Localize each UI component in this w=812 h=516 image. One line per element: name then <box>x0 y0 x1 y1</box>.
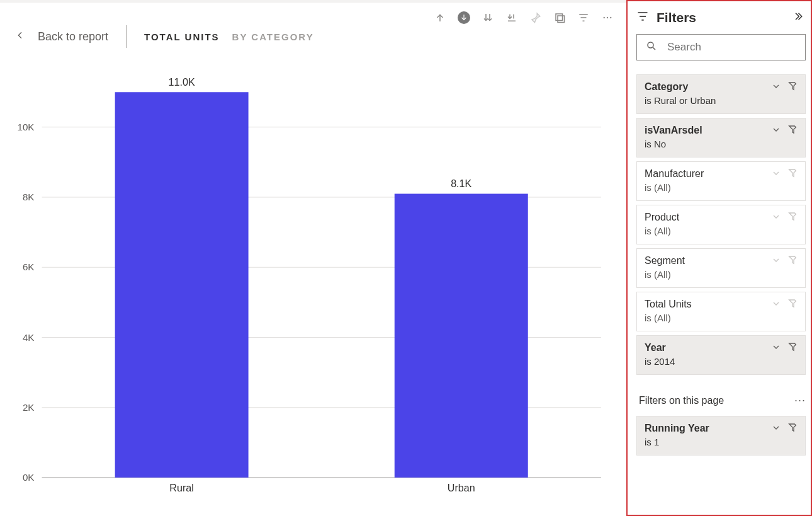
clear-filter-icon[interactable] <box>787 299 798 311</box>
filters-page-section-label: Filters on this page <box>639 395 724 406</box>
breadcrumb: Back to report TOTAL UNITS BY CATEGORY <box>0 24 626 50</box>
chevron-down-icon[interactable] <box>771 168 781 181</box>
filter-card[interactable]: Running Yearis 1 <box>636 416 806 456</box>
expand-all-icon[interactable] <box>505 11 518 24</box>
svg-text:8.1K: 8.1K <box>451 178 471 190</box>
svg-text:0K: 0K <box>23 472 35 483</box>
filters-pane: Filters Categoryis Rural or UrbanisVanAr… <box>626 0 812 516</box>
bar[interactable] <box>115 93 249 478</box>
filter-value: is (All) <box>645 182 771 193</box>
svg-text:Rural: Rural <box>169 483 194 494</box>
clear-filter-icon[interactable] <box>787 81 798 94</box>
filter-value: is (All) <box>645 269 771 280</box>
filters-search-input[interactable] <box>666 40 802 54</box>
filter-name: isVanArsdel <box>645 125 771 136</box>
tab-total-units[interactable]: TOTAL UNITS <box>144 32 220 42</box>
filters-title: Filters <box>657 10 784 25</box>
clear-filter-icon[interactable] <box>787 125 798 137</box>
filter-name: Segment <box>645 255 771 267</box>
filter-value: is (All) <box>645 226 771 236</box>
svg-point-4 <box>610 17 611 18</box>
filter-card[interactable]: Segmentis (All) <box>636 248 806 288</box>
window-top-strip <box>0 0 626 3</box>
expand-down-icon[interactable] <box>482 11 494 24</box>
chevron-down-icon[interactable] <box>771 125 781 137</box>
filter-icon[interactable] <box>577 11 590 24</box>
svg-text:4K: 4K <box>23 332 35 343</box>
chevron-down-icon[interactable] <box>771 212 781 224</box>
filter-name: Running Year <box>645 423 771 434</box>
filter-card[interactable]: Manufactureris (All) <box>636 161 806 201</box>
pin-icon[interactable] <box>529 11 542 24</box>
svg-rect-0 <box>556 14 563 21</box>
visual-toolbar <box>434 11 614 24</box>
chevron-down-icon[interactable] <box>771 342 781 355</box>
collapse-pane-icon[interactable] <box>792 11 803 25</box>
more-icon[interactable] <box>601 11 614 24</box>
filter-name: Year <box>645 342 771 353</box>
filter-name: Product <box>645 212 771 223</box>
visual-filters-list: Categoryis Rural or UrbanisVanArsdelis N… <box>636 74 806 375</box>
svg-text:2K: 2K <box>23 402 35 413</box>
filter-card[interactable]: isVanArsdelis No <box>636 118 806 158</box>
page-filters-more-icon[interactable]: ··· <box>794 394 806 407</box>
svg-point-21 <box>648 42 653 48</box>
filter-name: Manufacturer <box>645 168 771 180</box>
bar[interactable] <box>395 194 528 478</box>
svg-text:Urban: Urban <box>448 483 475 494</box>
filter-card[interactable]: Categoryis Rural or Urban <box>636 74 806 114</box>
breadcrumb-separator <box>126 25 127 48</box>
clear-filter-icon[interactable] <box>787 255 798 268</box>
svg-text:8K: 8K <box>23 192 35 203</box>
filter-name: Category <box>645 81 771 93</box>
back-to-report-link[interactable]: Back to report <box>38 30 108 43</box>
clear-filter-icon[interactable] <box>787 168 798 181</box>
back-chevron-icon[interactable] <box>15 30 25 43</box>
filter-card[interactable]: Total Unitsis (All) <box>636 292 806 331</box>
focus-mode-icon[interactable] <box>553 11 566 24</box>
svg-point-2 <box>604 17 605 18</box>
filter-card[interactable]: Yearis 2014 <box>636 335 806 375</box>
chevron-down-icon[interactable] <box>771 299 781 311</box>
filter-value: is 1 <box>645 437 771 447</box>
chevron-down-icon[interactable] <box>771 255 781 268</box>
svg-rect-1 <box>558 16 565 23</box>
svg-point-3 <box>607 17 608 18</box>
chevron-down-icon[interactable] <box>771 423 781 435</box>
clear-filter-icon[interactable] <box>787 212 798 224</box>
clear-filter-icon[interactable] <box>787 423 798 435</box>
svg-text:11.0K: 11.0K <box>169 77 195 88</box>
svg-text:10K: 10K <box>18 122 35 132</box>
chevron-down-icon[interactable] <box>771 81 781 94</box>
drill-down-on-icon[interactable] <box>458 11 470 24</box>
filter-value: is 2014 <box>645 356 771 367</box>
filter-value: is (All) <box>645 312 771 323</box>
search-icon <box>646 40 657 55</box>
filters-search[interactable] <box>636 34 806 60</box>
svg-text:6K: 6K <box>23 262 35 273</box>
drill-up-icon[interactable] <box>434 11 446 24</box>
filter-card[interactable]: Productis (All) <box>636 205 806 244</box>
bar-chart[interactable]: 0K2K4K6K8K10K11.0KRural8.1KUrban <box>0 49 626 516</box>
filter-value: is No <box>645 139 771 149</box>
filters-icon <box>636 10 649 25</box>
filter-value: is Rural or Urban <box>645 95 771 106</box>
filter-name: Total Units <box>645 299 771 310</box>
tab-by-category[interactable]: BY CATEGORY <box>232 32 314 42</box>
clear-filter-icon[interactable] <box>787 342 798 355</box>
page-filters-list: Running Yearis 1 <box>636 416 806 456</box>
